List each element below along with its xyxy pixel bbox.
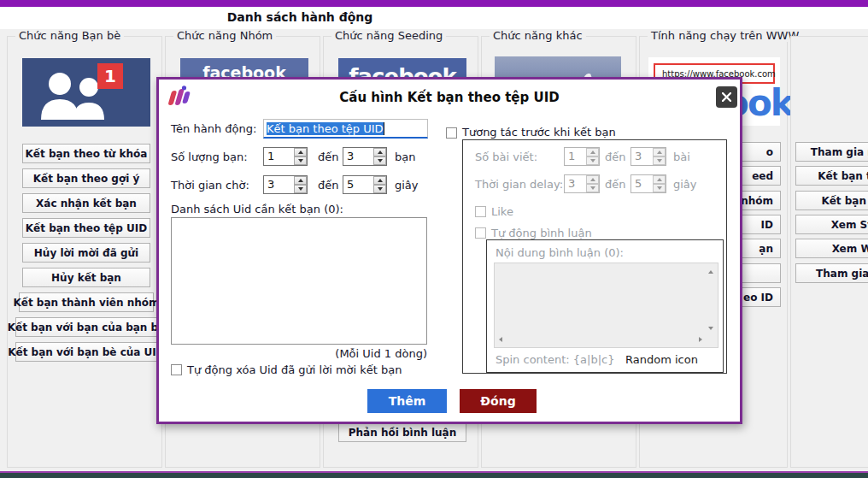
groupbox-friends: Chức năng Bạn bè 1 Kết bạn theo từ khóa … [7,36,162,468]
notification-badge: 1 [97,63,123,89]
stepper-up-icon[interactable] [653,175,666,184]
uid-list-label: Danh sách Uid cần kết bạn (0): [171,203,343,215]
right-button-4[interactable]: Xem Sto [795,215,868,234]
spin-hint: Spin content: {a|b|c} [496,353,614,366]
delay-sep: đến [605,178,626,191]
comment-textarea[interactable] [494,263,718,348]
comment-label: Nội dung bình luận (0): [496,246,624,259]
stepper-value: 1 [264,148,294,165]
interact-label: Tương tác trước khi kết bạn [462,126,616,139]
posts-sep: đến [605,150,626,163]
stepper-up-icon[interactable] [373,148,386,156]
right-button-1[interactable]: Tham gia nhóm [795,142,868,162]
stepper-up-icon[interactable] [294,176,307,185]
like-label: Like [491,205,513,218]
quantity-to-stepper[interactable]: 3 [343,147,387,166]
button-huy-loi-moi-da-gui[interactable]: Hủy lời mời đã gửi [22,243,150,263]
button-ket-ban-voi-ban-cua-ban-be[interactable]: Kết bạn với bạn của bạn bè [15,317,157,337]
top-accent-bar [0,0,868,7]
delay-unit: giây [673,178,697,191]
uid-list-textarea[interactable] [171,217,427,345]
wait-to-stepper[interactable]: 5 [343,175,387,194]
auto-delete-label: Tự động xóa Uid đã gửi lời mời kết bạn [187,363,402,376]
wait-sep: đến [318,179,339,192]
wait-unit: giây [395,179,419,192]
stepper-value: 3 [264,176,294,193]
groupbox-www-label: Tính năng chạy trên WWW [648,29,802,42]
random-icon-button[interactable]: Random icon [625,353,698,366]
wait-from-stepper[interactable]: 3 [263,175,308,194]
posts-unit: bài [673,150,690,163]
close-button[interactable]: Đóng [460,389,537,413]
stepper-up-icon[interactable] [653,148,666,156]
stepper-down-icon[interactable] [653,184,666,192]
quantity-from-stepper[interactable]: 1 [263,147,308,166]
right-button-6[interactable]: Tham gia nhó [795,263,868,283]
button-ket-ban-voi-ban-be-cua-uid[interactable]: Kết bạn với bạn bè của UID [15,342,157,362]
wait-label: Thời gian chờ: [171,179,249,192]
stepper-up-icon[interactable] [294,148,307,156]
stepper-down-icon[interactable] [586,156,599,165]
groupbox-friends-label: Chức năng Bạn bè [15,29,124,42]
interact-checkbox[interactable] [446,127,457,139]
button-huy-ket-ban[interactable]: Hủy kết bạn [22,268,150,287]
stepper-value: 5 [631,175,653,192]
interact-groupbox: Số bài viết: 1 đến 3 bài Thời gian delay… [462,139,727,374]
right-button-5[interactable]: Xem Wa [795,239,868,258]
stepper-down-icon[interactable] [294,156,307,165]
scroll-down-icon[interactable] [708,327,713,330]
dialog-title: Cấu hình Kết bạn theo tệp UID [159,90,740,105]
title-strip [0,7,868,29]
stepper-down-icon[interactable] [294,185,307,193]
scroll-up-icon[interactable] [708,270,713,274]
quantity-unit: bạn [395,150,415,163]
stepper-up-icon[interactable] [586,148,599,156]
posts-from-stepper[interactable]: 1 [564,147,600,166]
scroll-right-icon[interactable] [699,337,702,342]
action-name-input[interactable]: Kết bạn theo tệp UID [263,119,428,139]
scroll-left-icon[interactable] [499,337,502,342]
stepper-down-icon[interactable] [373,156,386,165]
groupbox-seeding-label: Chức năng Seeding [331,29,446,42]
stepper-down-icon[interactable] [653,156,666,165]
stepper-value: 3 [343,148,373,165]
bottom-bar [0,473,868,478]
right-button-2[interactable]: Kết bạn theo [795,166,868,186]
delay-from-stepper[interactable]: 3 [564,174,600,193]
groupbox-rightmost: Tham gia nhóm Kết bạn theo Kết bạn the X… [790,36,868,468]
like-checkbox[interactable] [475,206,486,217]
auto-delete-checkbox[interactable] [171,364,182,375]
button-phan-hoi-binh-luan[interactable]: Phản hồi bình luận [338,422,466,442]
close-icon[interactable] [716,86,737,108]
posts-label: Số bài viết: [475,150,537,163]
groupbox-group-label: Chức năng Nhóm [173,29,276,42]
stepper-value: 5 [343,176,373,193]
app-window: Danh sách hành động Chức năng Bạn bè 1 K… [0,0,868,478]
stepper-up-icon[interactable] [373,176,386,185]
button-ket-ban-theo-tu-khoa[interactable]: Kết bạn theo từ khóa [22,144,150,163]
delay-to-stepper[interactable]: 5 [630,174,666,193]
quantity-sep: đến [318,150,339,163]
stepper-value: 3 [565,175,586,192]
button-ket-ban-theo-tep-uid[interactable]: Kết bạn theo tệp UID [22,218,150,238]
stepper-down-icon[interactable] [373,185,386,193]
page-title: Danh sách hành động [214,10,385,24]
auto-comment-checkbox[interactable] [475,227,486,239]
stepper-up-icon[interactable] [586,175,599,184]
stepper-down-icon[interactable] [586,184,599,192]
uid-hint: (Mỗi Uid 1 dòng) [171,347,427,360]
friends-image: 1 [22,58,150,127]
text-caret [384,122,384,135]
auto-comment-label: Tự động bình luận [491,227,592,239]
action-name-label: Tên hành động: [171,122,256,135]
stepper-value: 3 [631,148,653,165]
config-dialog: Cấu hình Kết bạn theo tệp UID Tên hành đ… [156,77,742,424]
button-xac-nhan-ket-ban[interactable]: Xác nhận kết bạn [22,193,150,213]
delay-label: Thời gian delay: [475,178,563,191]
right-button-3[interactable]: Kết bạn the [795,191,868,210]
button-ket-ban-theo-goi-y[interactable]: Kết bạn theo gợi ý [22,168,150,188]
button-ket-ban-thanh-vien-nhom[interactable]: Kết bạn thành viên nhóm [19,292,154,312]
posts-to-stepper[interactable]: 3 [630,147,666,166]
add-button[interactable]: Thêm [367,389,447,413]
quantity-label: Số lượng bạn: [171,150,248,163]
